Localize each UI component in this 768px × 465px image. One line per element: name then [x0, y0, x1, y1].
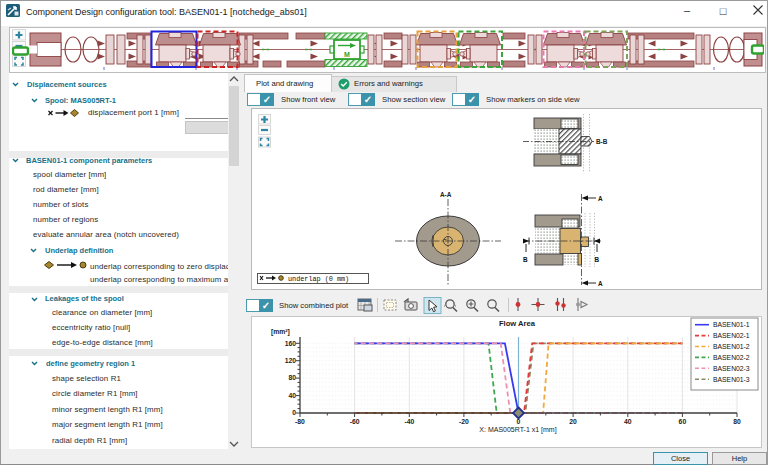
svg-text:20: 20: [569, 418, 577, 425]
svg-text:-40: -40: [404, 418, 414, 425]
svg-text:BASEN01-3: BASEN01-3: [713, 376, 750, 383]
svg-text:BASEN02-1: BASEN02-1: [713, 332, 750, 339]
svg-text:0: 0: [517, 418, 521, 425]
svg-text:BASEN01-2: BASEN01-2: [713, 343, 750, 350]
svg-text:0: 0: [292, 409, 296, 416]
svg-text:-60: -60: [350, 418, 360, 425]
svg-text:160: 160: [285, 340, 297, 347]
svg-text:B: B: [595, 256, 600, 263]
svg-text:[mm²]: [mm²]: [271, 328, 290, 336]
svg-text:-80: -80: [295, 418, 305, 425]
svg-text:80: 80: [733, 418, 741, 425]
svg-text:60: 60: [679, 418, 687, 425]
svg-text:BASEN02-3: BASEN02-3: [713, 365, 750, 372]
svg-text:80: 80: [288, 374, 296, 381]
svg-text:Flow Area: Flow Area: [499, 319, 536, 328]
svg-text:BASEN01-1: BASEN01-1: [713, 321, 750, 328]
svg-text:BASEN02-2: BASEN02-2: [713, 354, 750, 361]
svg-text:40: 40: [624, 418, 632, 425]
svg-text:40: 40: [288, 392, 296, 399]
svg-text:A: A: [598, 195, 603, 202]
svg-text:-20: -20: [459, 418, 469, 425]
svg-text:120: 120: [285, 357, 297, 364]
svg-text:B-B: B-B: [596, 138, 608, 145]
svg-text:X: MAS005RT-1 x1 [mm]: X: MAS005RT-1 x1 [mm]: [479, 426, 556, 434]
svg-text:B: B: [523, 256, 528, 263]
svg-text:A: A: [598, 280, 603, 287]
svg-text:A-A: A-A: [440, 191, 452, 198]
